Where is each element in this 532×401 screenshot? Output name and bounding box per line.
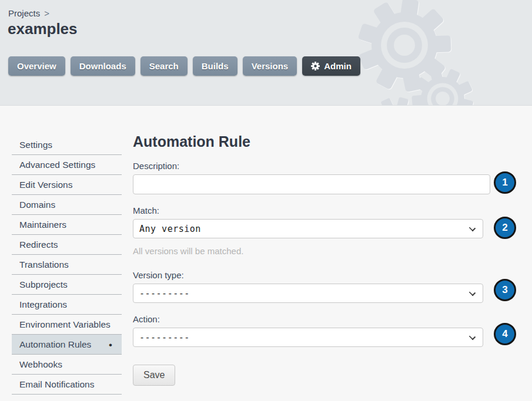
description-label: Description: bbox=[133, 161, 493, 171]
version-type-label: Version type: bbox=[133, 270, 493, 280]
chevron-down-icon bbox=[469, 333, 476, 340]
tab-overview[interactable]: Overview bbox=[8, 56, 65, 76]
sidebar-item-subprojects[interactable]: Subprojects bbox=[12, 275, 122, 295]
match-select-value: Any version bbox=[139, 224, 201, 234]
project-admin-page: Projects > examples Overview Downloads S… bbox=[0, 0, 532, 401]
sidebar-item-webhooks[interactable]: Webhooks bbox=[12, 355, 122, 375]
sidebar-item-integrations[interactable]: Integrations bbox=[12, 295, 122, 315]
sidebar-item-label: Automation Rules bbox=[19, 339, 91, 350]
tab-downloads[interactable]: Downloads bbox=[71, 56, 135, 76]
chevron-down-icon bbox=[469, 225, 476, 231]
admin-sidebar: Settings Advanced Settings Edit Versions… bbox=[12, 135, 122, 401]
action-select[interactable]: --------- bbox=[133, 328, 483, 347]
match-select[interactable]: Any version bbox=[133, 219, 483, 238]
match-label: Match: bbox=[133, 205, 493, 215]
sidebar-item-redirects[interactable]: Redirects bbox=[12, 235, 122, 255]
breadcrumb: Projects > bbox=[8, 8, 49, 18]
annotation-number: 4 bbox=[502, 328, 507, 340]
sidebar-item-translations[interactable]: Translations bbox=[12, 255, 122, 275]
sidebar-item-edit-versions[interactable]: Edit Versions bbox=[12, 175, 122, 195]
annotation-badge-2: 2 bbox=[494, 217, 516, 239]
sidebar-item-traffic-analytics[interactable]: Traffic Analytics bbox=[12, 395, 122, 401]
tab-versions[interactable]: Versions bbox=[243, 56, 297, 76]
sidebar-item-maintainers[interactable]: Maintainers bbox=[12, 215, 122, 235]
page-title: Automation Rule bbox=[133, 133, 493, 150]
sidebar-item-domains[interactable]: Domains bbox=[12, 195, 122, 215]
version-type-select-value: --------- bbox=[139, 288, 190, 299]
action-label: Action: bbox=[133, 314, 493, 324]
project-header: Projects > examples Overview Downloads S… bbox=[0, 0, 532, 106]
annotation-badge-4: 4 bbox=[494, 323, 516, 345]
annotation-number: 3 bbox=[502, 284, 507, 296]
gear-icon bbox=[311, 62, 320, 70]
description-input[interactable] bbox=[133, 174, 490, 194]
action-select-value: --------- bbox=[139, 332, 190, 343]
tab-admin-label: Admin bbox=[324, 61, 352, 71]
match-help-text: All versions will be matched. bbox=[133, 246, 493, 256]
sidebar-item-environment-variables[interactable]: Environment Variables bbox=[12, 315, 122, 335]
chevron-down-icon bbox=[469, 289, 476, 296]
gears-decoration bbox=[0, 0, 532, 106]
annotation-badge-3: 3 bbox=[494, 279, 516, 301]
project-title: examples bbox=[8, 20, 78, 38]
sidebar-item-automation-rules[interactable]: Automation Rules • bbox=[12, 335, 122, 355]
breadcrumb-projects-link[interactable]: Projects bbox=[8, 8, 40, 18]
active-item-dot: • bbox=[109, 340, 114, 350]
tab-admin[interactable]: Admin bbox=[302, 56, 360, 76]
save-button[interactable]: Save bbox=[133, 365, 175, 386]
admin-content: Settings Advanced Settings Edit Versions… bbox=[0, 106, 532, 401]
automation-rule-form: Automation Rule Description: Match: Any … bbox=[133, 135, 493, 401]
tab-search[interactable]: Search bbox=[140, 56, 188, 76]
version-type-select[interactable]: --------- bbox=[133, 284, 483, 303]
project-tab-bar: Overview Downloads Search Builds Version… bbox=[8, 56, 360, 76]
annotation-number: 1 bbox=[502, 177, 507, 188]
sidebar-item-settings[interactable]: Settings bbox=[12, 135, 122, 155]
tab-builds[interactable]: Builds bbox=[193, 56, 237, 76]
sidebar-item-advanced-settings[interactable]: Advanced Settings bbox=[12, 155, 122, 175]
breadcrumb-separator: > bbox=[44, 8, 49, 18]
sidebar-item-email-notifications[interactable]: Email Notifications bbox=[12, 375, 122, 395]
annotation-number: 2 bbox=[502, 222, 507, 234]
annotation-badge-1: 1 bbox=[494, 171, 516, 194]
